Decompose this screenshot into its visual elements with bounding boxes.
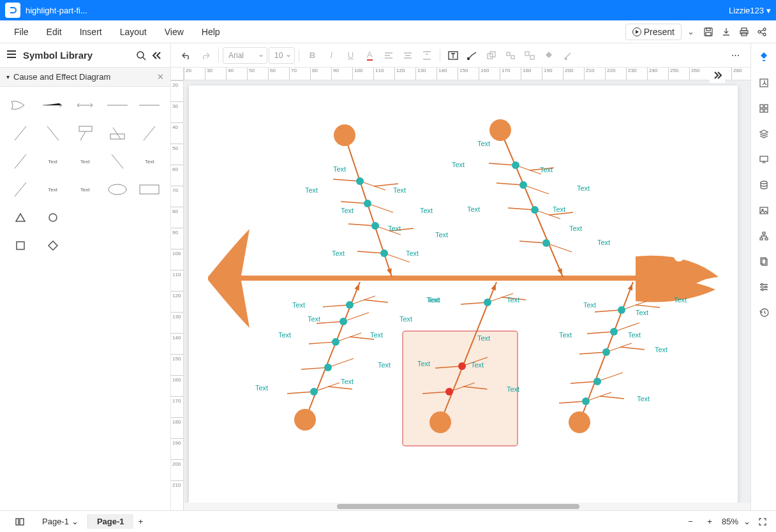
search-icon[interactable] bbox=[133, 48, 149, 63]
database-icon[interactable] bbox=[755, 176, 773, 194]
textcolor-button[interactable]: A bbox=[361, 47, 378, 64]
shape-doublearrow[interactable] bbox=[71, 93, 99, 117]
fill-button[interactable] bbox=[540, 47, 558, 64]
zoom-in-button[interactable]: + bbox=[703, 515, 717, 529]
shape-textbox1[interactable] bbox=[71, 121, 99, 145]
shape-triangle[interactable] bbox=[6, 205, 34, 230]
library-category[interactable]: ▾ Cause and Effect Diagram ✕ bbox=[0, 68, 170, 87]
shape-diagtext2[interactable] bbox=[103, 149, 131, 174]
shape-diamond[interactable] bbox=[39, 233, 67, 258]
connector-button[interactable] bbox=[463, 47, 481, 64]
document-title[interactable]: highlight-part-fi... bbox=[26, 6, 87, 15]
shape-line2[interactable] bbox=[135, 93, 163, 117]
textbox-button[interactable] bbox=[444, 47, 462, 64]
share-icon[interactable] bbox=[753, 23, 771, 41]
collapse-right-icon[interactable] bbox=[710, 68, 725, 83]
menu-help[interactable]: Help bbox=[193, 23, 229, 41]
shape-fishhead[interactable] bbox=[6, 93, 34, 117]
page-select[interactable]: Page-1 ⌄ bbox=[33, 514, 87, 529]
valign-button[interactable] bbox=[418, 47, 436, 64]
font-select[interactable]: Arial bbox=[223, 47, 267, 64]
shape-circle[interactable] bbox=[39, 205, 67, 230]
collapse-left-icon[interactable] bbox=[149, 48, 164, 63]
back-button[interactable] bbox=[482, 47, 500, 64]
grid-icon[interactable] bbox=[755, 100, 773, 117]
pages-dropdown[interactable] bbox=[6, 515, 33, 528]
download-icon[interactable] bbox=[717, 23, 735, 41]
orgchart-icon[interactable] bbox=[755, 227, 773, 245]
fishbone-diagram[interactable]: TextTextTextTextTextTextTextTextTextText… bbox=[189, 85, 738, 506]
align-left-button[interactable] bbox=[380, 47, 398, 64]
svg-line-141 bbox=[636, 305, 660, 307]
shape-textbox2[interactable] bbox=[103, 121, 131, 145]
menu-view[interactable]: View bbox=[156, 23, 193, 41]
canvas-page[interactable]: TextTextTextTextTextTextTextTextTextText… bbox=[189, 85, 738, 506]
svg-text:Text: Text bbox=[378, 361, 391, 369]
menu-edit[interactable]: Edit bbox=[38, 23, 71, 41]
save-icon[interactable] bbox=[699, 23, 717, 41]
shape-ellipse[interactable] bbox=[103, 177, 131, 202]
menu-file[interactable]: File bbox=[5, 23, 38, 41]
svg-line-137 bbox=[614, 323, 639, 332]
fontsize-select[interactable]: 10 bbox=[269, 47, 295, 64]
underline-button[interactable]: U bbox=[341, 47, 359, 64]
shape-square[interactable] bbox=[6, 233, 34, 258]
presentation-icon[interactable] bbox=[755, 151, 773, 168]
right-rail bbox=[750, 43, 776, 510]
shape-diag1[interactable] bbox=[6, 121, 34, 145]
align-center-button[interactable] bbox=[399, 47, 417, 64]
zoom-out-button[interactable]: − bbox=[683, 515, 698, 529]
image-icon[interactable] bbox=[755, 202, 773, 219]
svg-rect-20 bbox=[507, 52, 510, 55]
shape-arrow[interactable] bbox=[39, 93, 67, 117]
hamburger-icon[interactable] bbox=[6, 50, 17, 61]
shape-text2[interactable]: Text bbox=[71, 149, 99, 174]
italic-button[interactable]: I bbox=[322, 47, 340, 64]
horizontal-scrollbar[interactable] bbox=[184, 503, 750, 510]
shape-rect[interactable] bbox=[135, 177, 163, 202]
ungroup-button[interactable] bbox=[521, 47, 539, 64]
svg-line-60 bbox=[508, 208, 535, 210]
layers-icon[interactable] bbox=[755, 125, 773, 143]
svg-line-51 bbox=[500, 130, 563, 277]
svg-text:Text: Text bbox=[577, 184, 590, 192]
shape-diagtext1[interactable] bbox=[6, 149, 34, 174]
svg-text:Text: Text bbox=[278, 331, 291, 339]
redo-button[interactable] bbox=[197, 47, 214, 64]
page-tab-1[interactable]: Page-1 bbox=[88, 514, 133, 529]
menu-layout[interactable]: Layout bbox=[111, 23, 156, 41]
shape-diag4[interactable] bbox=[6, 177, 34, 202]
shape-text3[interactable]: Text bbox=[135, 149, 163, 174]
bold-button[interactable]: B bbox=[303, 47, 321, 64]
settings-icon[interactable] bbox=[755, 278, 773, 296]
theme-icon[interactable] bbox=[755, 48, 773, 66]
group-button[interactable] bbox=[502, 47, 519, 64]
close-category-icon[interactable]: ✕ bbox=[157, 72, 164, 82]
svg-line-91 bbox=[323, 305, 350, 307]
more-button[interactable]: ⋯ bbox=[726, 47, 744, 64]
present-button[interactable]: Present bbox=[625, 24, 682, 40]
present-dropdown[interactable]: ⌄ bbox=[682, 23, 699, 41]
svg-text:Text: Text bbox=[452, 161, 465, 168]
svg-point-165 bbox=[765, 286, 766, 288]
svg-rect-153 bbox=[760, 109, 763, 112]
export-icon[interactable] bbox=[755, 74, 773, 92]
zoom-level[interactable]: 85% bbox=[722, 517, 738, 526]
shape-line[interactable] bbox=[103, 93, 131, 117]
menu-insert[interactable]: Insert bbox=[71, 23, 111, 41]
history-icon[interactable] bbox=[755, 304, 773, 321]
fullscreen-button[interactable] bbox=[756, 515, 770, 529]
print-icon[interactable] bbox=[735, 23, 753, 41]
shape-text4[interactable]: Text bbox=[39, 177, 67, 202]
undo-button[interactable] bbox=[177, 47, 195, 64]
shape-text1[interactable]: Text bbox=[39, 149, 67, 174]
svg-text:Text: Text bbox=[583, 301, 596, 309]
clipboard-icon[interactable] bbox=[755, 253, 773, 270]
shape-text5[interactable]: Text bbox=[71, 177, 99, 202]
shape-diag3[interactable] bbox=[135, 121, 163, 145]
user-menu[interactable]: Lizzie123▾ bbox=[729, 6, 771, 15]
brush-button[interactable] bbox=[559, 47, 577, 64]
shape-diag2[interactable] bbox=[39, 121, 67, 145]
canvas-area[interactable]: 2030405060708090100110120130140150160170… bbox=[171, 68, 750, 510]
add-page-button[interactable]: + bbox=[133, 514, 149, 529]
